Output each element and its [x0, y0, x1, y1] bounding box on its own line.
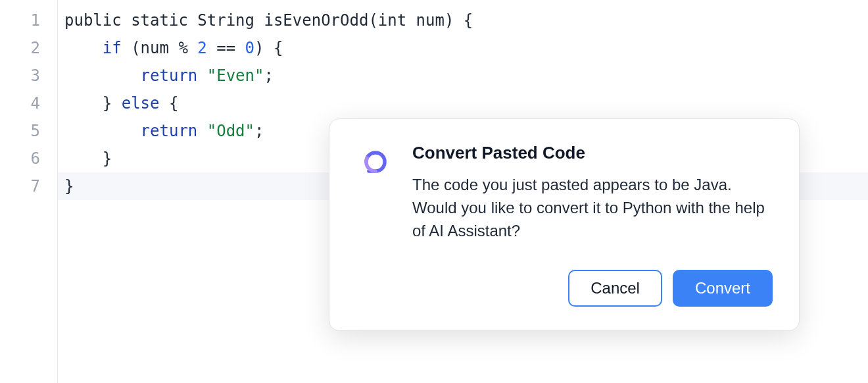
line-gutter: 1234567: [0, 0, 58, 383]
code-line[interactable]: public static String isEvenOrOdd(int num…: [64, 7, 868, 34]
line-number: 5: [0, 117, 57, 145]
cancel-button[interactable]: Cancel: [568, 270, 662, 307]
dialog-body: The code you just pasted appears to be J…: [412, 174, 773, 242]
line-number: 1: [0, 7, 57, 34]
line-number: 2: [0, 34, 57, 62]
line-number: 3: [0, 62, 57, 89]
convert-button[interactable]: Convert: [673, 270, 773, 307]
line-number: 4: [0, 89, 57, 117]
dialog-title: Convert Pasted Code: [412, 143, 773, 163]
line-number: 6: [0, 145, 57, 172]
code-line[interactable]: } else {: [64, 89, 868, 117]
code-line[interactable]: if (num % 2 == 0) {: [64, 34, 868, 62]
code-line[interactable]: return "Even";: [64, 62, 868, 89]
convert-code-dialog: Convert Pasted Code The code you just pa…: [329, 118, 800, 331]
line-number: 7: [0, 172, 57, 200]
ai-assistant-icon: [356, 143, 394, 181]
